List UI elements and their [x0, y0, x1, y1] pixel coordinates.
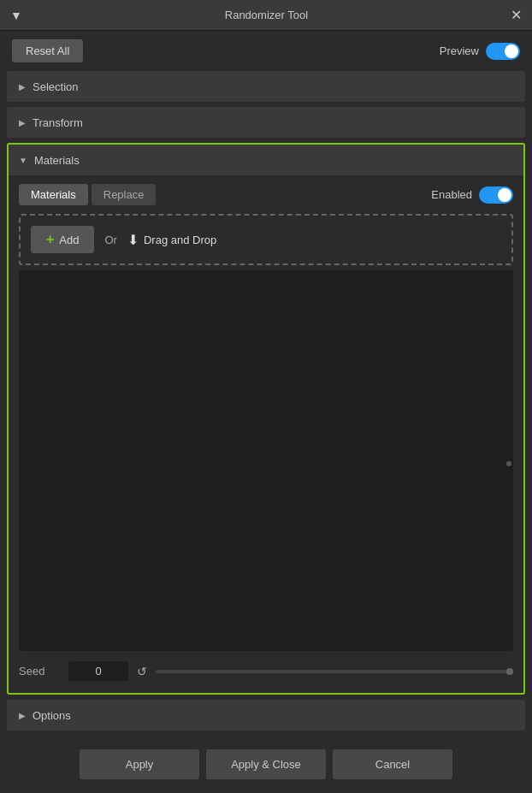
preview-label: Preview	[440, 44, 479, 57]
materials-list-area	[19, 270, 513, 651]
drag-icon: ⬇	[127, 232, 139, 248]
preview-toggle[interactable]	[486, 43, 520, 60]
apply-button[interactable]: Apply	[80, 749, 199, 779]
enabled-toggle[interactable]	[479, 186, 513, 204]
tabs: Materials Replace	[19, 184, 156, 205]
tab-row: Materials Replace Enabled	[19, 184, 513, 205]
close-button[interactable]: ✕	[511, 9, 522, 22]
selection-label: Selection	[33, 80, 78, 93]
materials-panel: ▼ Materials Materials Replace Enabled	[7, 143, 525, 695]
materials-arrow-icon: ▼	[19, 156, 27, 165]
selection-arrow-icon: ▶	[19, 82, 26, 92]
selection-section[interactable]: ▶ Selection	[7, 71, 525, 102]
or-text: Or	[104, 234, 116, 246]
scrollbar[interactable]	[506, 461, 511, 466]
tab-materials[interactable]: Materials	[19, 184, 88, 205]
drag-drop-button[interactable]: ⬇ Drag and Drop	[127, 232, 216, 248]
apply-close-button[interactable]: Apply & Close	[206, 749, 326, 779]
plus-icon: +	[46, 232, 54, 247]
options-label: Options	[33, 709, 71, 722]
tab-replace[interactable]: Replace	[92, 184, 157, 205]
seed-slider-thumb	[506, 668, 513, 675]
seed-slider[interactable]	[156, 670, 513, 673]
drop-zone: + Add Or ⬇ Drag and Drop	[19, 214, 513, 265]
transform-label: Transform	[33, 116, 83, 129]
bottom-bar: Apply Apply & Close Cancel	[0, 739, 532, 793]
seed-label: Seed	[19, 665, 62, 678]
options-arrow-icon: ▶	[19, 711, 26, 720]
enabled-toggle-knob	[498, 188, 511, 202]
drag-drop-label: Drag and Drop	[144, 234, 216, 246]
title-bar: ▼ Randomizer Tool ✕	[0, 0, 532, 31]
main-window: ▼ Randomizer Tool ✕ Reset All Preview ▶ …	[0, 0, 532, 793]
add-label: Add	[59, 234, 79, 246]
seed-row: Seed ↺	[19, 656, 513, 684]
cancel-button[interactable]: Cancel	[333, 749, 452, 779]
enabled-label: Enabled	[431, 188, 472, 201]
enabled-row: Enabled	[431, 186, 513, 204]
add-button[interactable]: + Add	[31, 226, 94, 253]
window-title: Randomizer Tool	[225, 9, 308, 21]
toolbar: Reset All Preview	[0, 31, 532, 71]
materials-header-label: Materials	[34, 154, 80, 167]
seed-input[interactable]	[68, 661, 128, 681]
menu-icon[interactable]: ▼	[10, 9, 22, 22]
reset-all-button[interactable]: Reset All	[12, 39, 83, 62]
refresh-button[interactable]: ↺	[135, 663, 149, 680]
options-section[interactable]: ▶ Options	[7, 700, 525, 731]
materials-header[interactable]: ▼ Materials	[9, 145, 523, 175]
materials-content: Materials Replace Enabled + Add Or	[9, 175, 523, 693]
preview-toggle-knob	[505, 44, 518, 58]
transform-arrow-icon: ▶	[19, 118, 26, 127]
preview-row: Preview	[440, 43, 520, 60]
transform-section[interactable]: ▶ Transform	[7, 107, 525, 138]
